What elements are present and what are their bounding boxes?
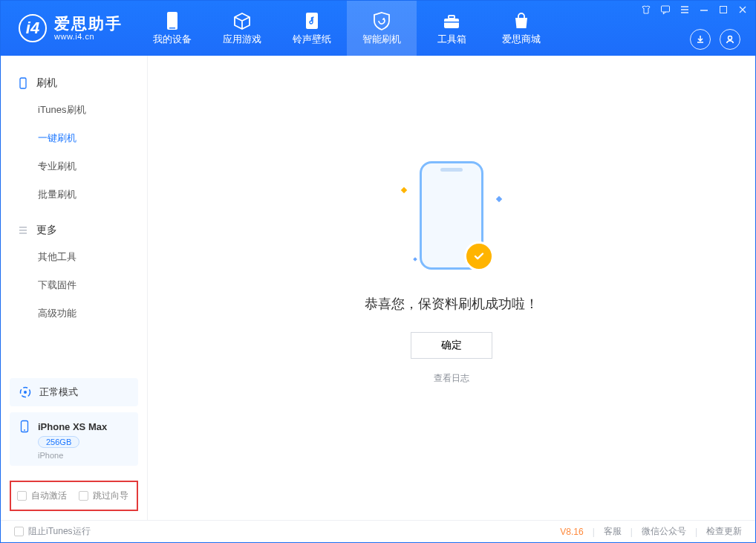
svg-point-11	[24, 391, 27, 394]
checkbox-icon	[14, 527, 24, 536]
checkbox-label: 阻止iTunes运行	[28, 525, 91, 538]
app-subtitle: www.i4.cn	[54, 32, 123, 41]
shield-refresh-icon	[371, 10, 393, 33]
sidebar-item-itunes-flash[interactable]: iTunes刷机	[1, 96, 147, 124]
phone-outline-icon	[19, 420, 32, 433]
device-name: iPhone XS Max	[38, 421, 107, 432]
statusbar-right: V8.16 | 客服 | 微信公众号 | 检查更新	[560, 525, 742, 538]
title-bar: i4 爱思助手 www.i4.cn 我的设备 应用游戏 铃声壁纸 智能刷机	[1, 1, 755, 56]
svg-rect-5	[444, 22, 459, 23]
sidebar-item-onekey-flash[interactable]: 一键刷机	[1, 124, 147, 152]
mode-label: 正常模式	[39, 386, 78, 399]
capacity-badge: 256GB	[38, 436, 79, 448]
block-itunes-checkbox[interactable]: 阻止iTunes运行	[14, 525, 91, 538]
ok-button[interactable]: 确定	[411, 332, 492, 359]
nav-apps-games[interactable]: 应用游戏	[207, 1, 277, 56]
header-action-icons	[690, 29, 740, 50]
menu-icon[interactable]	[680, 4, 690, 15]
svg-rect-0	[167, 12, 177, 30]
nav-label: 爱思商城	[502, 33, 541, 46]
logo: i4 爱思助手 www.i4.cn	[19, 14, 123, 42]
success-illustration	[381, 161, 522, 280]
sidebar-item-other-tools[interactable]: 其他工具	[1, 243, 147, 271]
mode-status-card[interactable]: 正常模式	[10, 378, 138, 406]
support-link[interactable]: 客服	[604, 525, 622, 538]
close-button[interactable]	[737, 4, 748, 15]
nav-label: 应用游戏	[223, 33, 261, 46]
auto-activate-checkbox[interactable]: 自动激活	[17, 490, 67, 502]
maximize-button[interactable]	[718, 4, 729, 15]
success-message: 恭喜您，保资料刷机成功啦！	[365, 295, 538, 313]
nav-smart-flash[interactable]: 智能刷机	[347, 1, 417, 56]
section-title: 更多	[36, 224, 57, 237]
refresh-icon	[19, 386, 32, 399]
options-highlight-box: 自动激活 跳过向导	[10, 481, 138, 511]
device-card[interactable]: iPhone XS Max 256GB iPhone	[10, 412, 138, 466]
shirt-icon[interactable]	[641, 4, 651, 15]
nav-label: 铃声壁纸	[293, 33, 331, 46]
sidebar-item-pro-flash[interactable]: 专业刷机	[1, 152, 147, 181]
device-icon	[163, 10, 182, 33]
logo-icon: i4	[19, 14, 47, 42]
sidebar-section-more: 更多	[1, 218, 147, 243]
svg-point-13	[24, 429, 25, 431]
skip-guide-checkbox[interactable]: 跳过向导	[79, 490, 128, 502]
nav-ringtones-wallpapers[interactable]: 铃声壁纸	[277, 1, 347, 56]
svg-rect-1	[169, 27, 175, 29]
window-controls	[641, 4, 748, 15]
svg-rect-3	[444, 19, 459, 28]
main-panel: 恭喜您，保资料刷机成功啦！ 确定 查看日志	[148, 56, 755, 520]
sparkle-icon	[401, 187, 407, 193]
music-file-icon	[302, 10, 322, 33]
feedback-icon[interactable]	[660, 4, 671, 15]
svg-point-8	[729, 36, 732, 40]
app-name: 爱思助手	[54, 16, 123, 32]
toolbox-icon	[440, 10, 463, 33]
nav-label: 工具箱	[437, 33, 466, 46]
user-circle-icon[interactable]	[720, 29, 740, 50]
content-body: 刷机 iTunes刷机 一键刷机 专业刷机 批量刷机 更多 其他工具 下载固件 …	[1, 56, 755, 520]
nav-label: 我的设备	[153, 33, 192, 46]
nav-toolbox[interactable]: 工具箱	[417, 1, 486, 56]
bag-icon	[511, 10, 532, 33]
download-circle-icon[interactable]	[690, 29, 711, 50]
wechat-link[interactable]: 微信公众号	[642, 525, 686, 538]
view-log-link[interactable]: 查看日志	[365, 372, 538, 385]
checkbox-label: 自动激活	[31, 490, 67, 502]
check-badge-icon	[464, 241, 494, 271]
sidebar-item-batch-flash[interactable]: 批量刷机	[1, 181, 147, 209]
status-bar: 阻止iTunes运行 V8.16 | 客服 | 微信公众号 | 检查更新	[1, 520, 755, 542]
nav-store[interactable]: 爱思商城	[486, 1, 556, 56]
sidebar-item-download-firmware[interactable]: 下载固件	[1, 271, 147, 299]
nav-label: 智能刷机	[362, 33, 401, 46]
sidebar-scroll: 刷机 iTunes刷机 一键刷机 专业刷机 批量刷机 更多 其他工具 下载固件 …	[1, 56, 147, 372]
checkbox-label: 跳过向导	[93, 490, 128, 502]
svg-rect-7	[720, 7, 727, 13]
sidebar-section-flash: 刷机	[1, 71, 147, 96]
device-type: iPhone	[38, 451, 129, 460]
check-update-link[interactable]: 检查更新	[706, 525, 742, 538]
svg-rect-6	[662, 6, 670, 12]
phone-small-icon	[17, 77, 29, 89]
success-panel: 恭喜您，保资料刷机成功啦！ 确定 查看日志	[365, 161, 538, 385]
sidebar: 刷机 iTunes刷机 一键刷机 专业刷机 批量刷机 更多 其他工具 下载固件 …	[1, 56, 148, 520]
cube-icon	[231, 10, 253, 33]
svg-rect-4	[449, 16, 454, 19]
version-label: V8.16	[560, 527, 583, 537]
svg-rect-9	[20, 78, 26, 88]
list-icon	[17, 224, 29, 236]
section-title: 刷机	[36, 77, 57, 90]
checkbox-icon	[17, 491, 27, 501]
sparkle-icon	[496, 196, 502, 202]
top-nav: 我的设备 应用游戏 铃声壁纸 智能刷机 工具箱 爱思商城	[137, 1, 556, 56]
app-window: i4 爱思助手 www.i4.cn 我的设备 应用游戏 铃声壁纸 智能刷机	[0, 0, 756, 543]
nav-my-device[interactable]: 我的设备	[137, 1, 207, 56]
minimize-button[interactable]	[699, 4, 709, 15]
sidebar-item-advanced[interactable]: 高级功能	[1, 299, 147, 328]
checkbox-icon	[79, 491, 88, 501]
sparkle-icon	[413, 257, 417, 261]
